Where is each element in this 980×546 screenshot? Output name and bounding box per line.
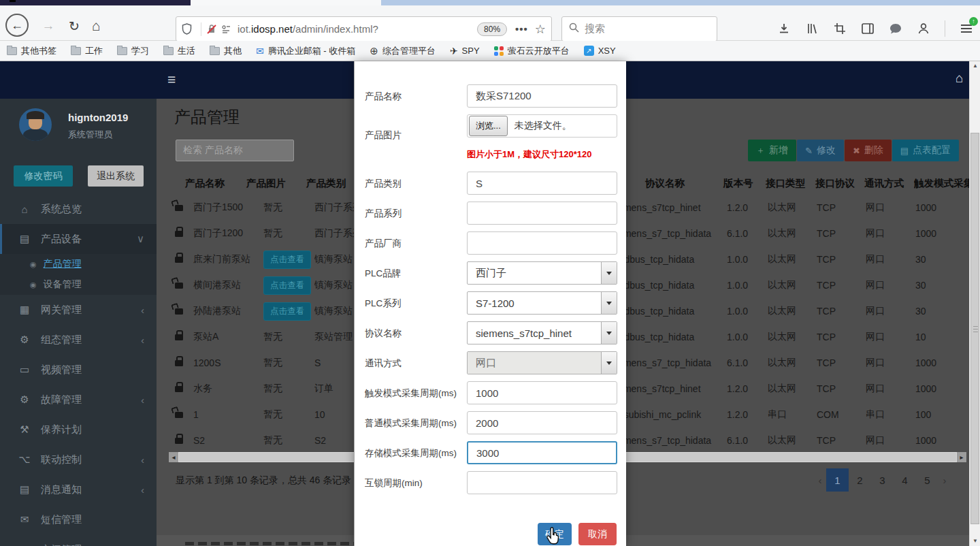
chevron-down-icon[interactable] xyxy=(601,292,617,314)
header-user-icon[interactable]: ⌂ xyxy=(956,71,963,86)
table-row[interactable]: siemens_s7_tcp_hidata6.1.0以太网TCP网口1000 xyxy=(626,221,969,246)
vertical-scrollbar-thumb[interactable] xyxy=(970,133,979,524)
bookmark-item[interactable]: ⊕综合管理平台 xyxy=(370,45,436,57)
table-row[interactable]: siemens_s7_tcp_hidata6.1.0以太网TCP网口1000 xyxy=(626,428,969,453)
home-button[interactable]: ⌂ xyxy=(86,16,106,36)
sidebar-item-产品设备[interactable]: ▤产品设备∨ xyxy=(0,224,157,254)
downloads-icon[interactable] xyxy=(777,22,791,35)
table-row[interactable]: 庶来门前泵站点击查看镇海泵站 xyxy=(157,246,354,272)
table-row[interactable]: modbus_tcp_hidata1.0.0以太网TCP网口30 xyxy=(626,298,969,324)
text-input-触发模式采集周期(ms)[interactable]: 1000 xyxy=(467,381,617,404)
pagination-page-1[interactable]: 1 xyxy=(826,468,849,492)
shield-icon[interactable] xyxy=(182,23,192,35)
text-input-产品系列[interactable] xyxy=(467,202,617,225)
sidebar-item-故障管理[interactable]: ⚙故障管理‹ xyxy=(0,385,157,415)
table-row[interactable]: 横间港泵站点击查看镇海泵站 xyxy=(157,272,354,298)
select-PLC系列[interactable]: S7-1200 xyxy=(467,291,617,315)
table-row[interactable]: 孙陆港泵站点击查看镇海泵站 xyxy=(157,298,354,324)
scroll-right-arrow-icon[interactable]: ▸ xyxy=(957,453,966,461)
chevron-down-icon[interactable] xyxy=(601,322,617,344)
sidebar-item-组态管理[interactable]: ⚙组态管理‹ xyxy=(0,325,157,355)
table-row[interactable]: siemens_s7_tcp_hidata6.1.0以太网TCP网口1000 xyxy=(626,350,969,376)
view-image-button[interactable]: 点击查看 xyxy=(263,302,311,321)
pagination-next[interactable]: › xyxy=(938,475,951,486)
table-row[interactable]: 西门子1200暂无西门子系列 xyxy=(157,221,354,246)
sidebar-item-保养计划[interactable]: ⚒保养计划 xyxy=(0,415,157,445)
browser-search-input[interactable]: 搜索 xyxy=(561,16,717,42)
account-icon[interactable] xyxy=(917,22,930,35)
table-row[interactable]: siemens_s7tcp_hinet1.2.0以太网TCP网口1000 xyxy=(626,195,969,221)
point-table-config-button[interactable]: ▤点表配置 xyxy=(892,140,959,161)
table-row[interactable]: mitsubishi_mc_pclink1.2.0串口COM串口100 xyxy=(626,402,969,428)
sidebar-item-空间管理[interactable]: ▦空间管理 xyxy=(0,534,157,546)
table-row[interactable]: modbus_tcp_hidata1.0.0以太网TCP网口30 xyxy=(626,272,969,298)
text-input-互锁周期(min)[interactable] xyxy=(467,471,617,494)
reload-button[interactable]: ↻ xyxy=(64,16,84,36)
table-row[interactable]: modbus_tcp_hidata1.0.0以太网TCP网口30 xyxy=(626,246,969,272)
select-PLC品牌[interactable]: 西门子 xyxy=(467,261,617,285)
chevron-down-icon[interactable] xyxy=(601,262,617,284)
active-tab-stub[interactable] xyxy=(191,0,381,5)
view-image-button[interactable]: 点击查看 xyxy=(263,251,311,269)
text-input-产品名称[interactable]: 数采S71200 xyxy=(467,84,617,108)
zoom-level-badge[interactable]: 80% xyxy=(477,22,507,36)
add-button[interactable]: ＋新增 xyxy=(748,140,796,161)
sidebar-toggle-icon[interactable] xyxy=(861,22,875,35)
pagination-prev[interactable]: ‹ xyxy=(814,475,826,486)
screenshot-crop-icon[interactable] xyxy=(833,22,847,35)
table-row[interactable]: modbus_tcp_hidata1.0.0以太网TCP网口10 xyxy=(626,324,969,350)
sidebar-item-联动控制[interactable]: ⌥联动控制‹ xyxy=(0,445,157,475)
sidebar-item-网关管理[interactable]: ▦网关管理‹ xyxy=(0,295,157,325)
table-row[interactable]: 西门子1500暂无西门子系列 xyxy=(157,195,354,221)
bookmark-star-icon[interactable]: ☆ xyxy=(535,22,546,37)
text-input-存储模式采集周期(ms)[interactable]: 3000 xyxy=(467,441,617,464)
table-row[interactable]: 泵站A暂无泵站管理 xyxy=(157,324,354,350)
table-row[interactable]: 1暂无10 xyxy=(157,402,354,428)
pagination-page-4[interactable]: 4 xyxy=(894,468,916,492)
back-button[interactable]: ← xyxy=(5,14,29,37)
browse-button[interactable]: 浏览... xyxy=(469,116,508,136)
change-password-button[interactable]: 修改密码 xyxy=(14,165,73,187)
table-row[interactable]: siemens_s7tcp_hinet1.2.0以太网TCP网口1000 xyxy=(626,376,969,402)
pagination-page-5[interactable]: 5 xyxy=(916,468,938,492)
bookmark-item[interactable]: 工作 xyxy=(71,45,103,57)
text-input-产品厂商[interactable] xyxy=(467,231,617,255)
view-image-button[interactable]: 点击查看 xyxy=(263,276,311,295)
file-input[interactable]: 浏览...未选择文件。 xyxy=(467,114,617,138)
sidebar-item-系统总览[interactable]: ⌂系统总览 xyxy=(0,194,157,224)
edit-button[interactable]: ✎修改 xyxy=(797,140,844,161)
url-bar[interactable]: iot.idosp.net/admin/index.html? 80% ••• … xyxy=(176,16,552,42)
table-row[interactable]: 水务暂无订单 xyxy=(157,376,354,402)
bookmark-item[interactable]: 其他书签 xyxy=(7,45,56,57)
bookmark-item[interactable]: ↗XSY xyxy=(584,46,616,56)
bookmark-item[interactable]: ✉腾讯企业邮箱 - 收件箱 xyxy=(256,45,355,57)
table-row[interactable]: 1200S暂无S xyxy=(157,350,354,376)
bookmark-item[interactable]: 其他 xyxy=(210,45,242,57)
bookmark-item[interactable]: ✈SPY xyxy=(450,46,480,57)
sidebar-item-短信管理[interactable]: ✉短信管理 xyxy=(0,504,157,534)
table-row[interactable]: S2暂无S2 xyxy=(157,428,354,453)
sidebar-collapse-icon[interactable]: ≡ xyxy=(167,71,176,88)
forward-button[interactable]: → xyxy=(38,16,59,36)
chat-bubble-icon[interactable] xyxy=(889,22,902,35)
bookmark-item[interactable]: 萤石云开放平台 xyxy=(494,45,570,57)
sidebar-subitem-设备管理[interactable]: ◉设备管理 xyxy=(0,274,157,295)
browser-vertical-scrollbar[interactable]: ▲ ▼ xyxy=(969,61,980,546)
sidebar-subitem-产品管理[interactable]: ◉产品管理 xyxy=(0,254,157,274)
delete-button[interactable]: ✖删除 xyxy=(845,140,892,161)
pagination-page-3[interactable]: 3 xyxy=(871,468,894,492)
sidebar-item-消息通知[interactable]: ▤消息通知‹ xyxy=(0,475,157,504)
text-input-产品类别[interactable]: S xyxy=(467,172,617,195)
menu-hamburger-icon[interactable]: ↑ xyxy=(960,22,973,35)
scroll-down-arrow-icon[interactable]: ▼ xyxy=(970,536,980,546)
select-协议名称[interactable]: siemens_s7tcp_hinet xyxy=(467,321,617,344)
cancel-button[interactable]: 取消 xyxy=(578,523,617,545)
table-search-input[interactable]: 检索 产品名称 xyxy=(176,140,294,161)
logout-button[interactable]: 退出系统 xyxy=(88,165,144,187)
site-permissions-icon[interactable] xyxy=(221,25,231,34)
bookmark-item[interactable]: 生活 xyxy=(163,45,195,57)
scroll-up-arrow-icon[interactable]: ▲ xyxy=(970,61,980,71)
sidebar-item-视频管理[interactable]: ▭视频管理 xyxy=(0,355,157,385)
page-actions-icon[interactable]: ••• xyxy=(515,23,528,35)
library-icon[interactable] xyxy=(805,22,819,35)
